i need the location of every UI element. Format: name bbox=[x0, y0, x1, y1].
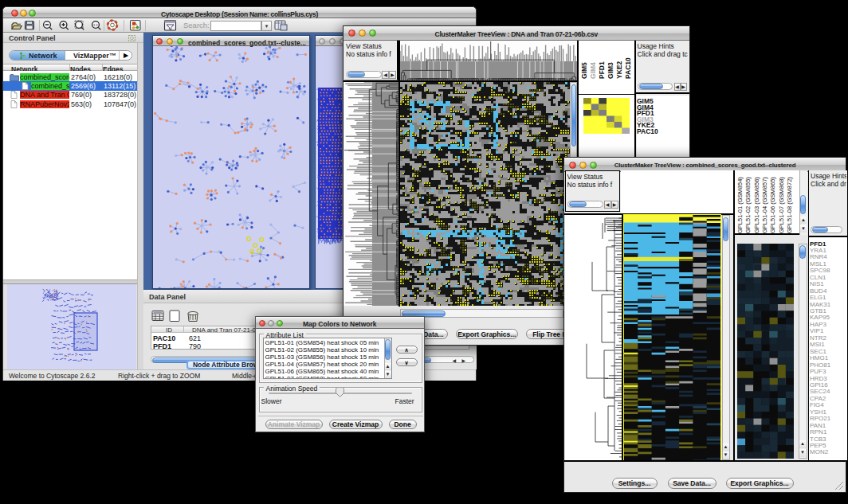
svg-text:PAC10: PAC10 bbox=[624, 57, 632, 78]
svg-text:1:1: 1:1 bbox=[93, 23, 99, 27]
svg-text:GPL51-08 (GSM872): GPL51-08 (GSM872) bbox=[785, 176, 792, 232]
svg-text:YKE2: YKE2 bbox=[615, 61, 623, 78]
svg-text:GPL51-01 (GSM854): GPL51-01 (GSM854) bbox=[736, 176, 744, 232]
svg-text:GIM3: GIM3 bbox=[607, 61, 614, 78]
svg-text:GIM4: GIM4 bbox=[589, 61, 597, 78]
svg-text:GPL51-06 (GSM865): GPL51-06 (GSM865) bbox=[769, 176, 776, 232]
svg-text:GPL51-07 (GSM868): GPL51-07 (GSM868) bbox=[777, 176, 784, 232]
svg-text:GPL51-04 (GSM857): GPL51-04 (GSM857) bbox=[760, 176, 768, 232]
svg-text:GIM5: GIM5 bbox=[580, 61, 588, 78]
svg-text:GPL51-02 (GSM855): GPL51-02 (GSM855) bbox=[744, 176, 752, 232]
svg-text:Search:: Search: bbox=[183, 21, 210, 29]
svg-text:GPL51-03 (GSM856): GPL51-03 (GSM856) bbox=[752, 176, 760, 232]
svg-text:PFD1: PFD1 bbox=[598, 61, 606, 79]
